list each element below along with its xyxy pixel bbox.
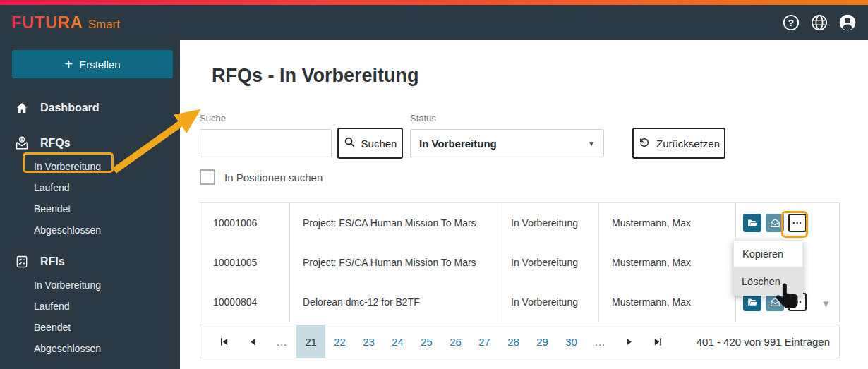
sub-item-label: Beendet [34, 203, 71, 214]
sub-item-label: In Vorbereitung [34, 279, 101, 291]
logo-text: FUTURA [11, 13, 83, 32]
sidebar-item-rfis-in-vorbereitung[interactable]: In Vorbereitung [0, 277, 180, 293]
sidebar-item-rfqs[interactable]: $ RFQs [0, 135, 180, 152]
sidebar-item-rfqs-beendet[interactable]: Beendet [0, 201, 180, 217]
positions-checkbox[interactable] [200, 169, 215, 185]
status-select[interactable]: In Vorbereitung ▼ [410, 129, 604, 157]
reset-button[interactable]: Zurücksetzen [632, 128, 725, 159]
cell-rfq-owner: Mustermann, Max [599, 243, 736, 282]
sidebar: + Erstellen Dashboard $ RFQs In Vorberei… [0, 40, 180, 369]
search-icon [344, 136, 356, 150]
logo-suffix: Smart [88, 18, 120, 32]
cell-rfq-status: In Vorbereitung [498, 203, 599, 243]
cell-rfq-id: 10000804 [200, 282, 290, 322]
entries-count-text: 401 - 420 von 991 Einträgen [697, 336, 830, 348]
rfi-checklist-icon [14, 254, 30, 270]
more-actions-button[interactable]: ... [788, 214, 807, 232]
page-number[interactable]: 27 [470, 325, 499, 358]
search-group: Suche Suchen [200, 113, 403, 159]
chevron-down-icon: ▼ [588, 140, 595, 147]
help-icon[interactable]: ? [781, 13, 800, 32]
page-number[interactable]: 24 [383, 325, 412, 358]
page-title: RFQs - In Vorbereitung [212, 65, 419, 87]
create-button[interactable]: + Erstellen [12, 50, 173, 78]
status-group: Status In Vorbereitung ▼ [410, 113, 604, 159]
cell-row-actions: ... [736, 203, 840, 243]
app-logo[interactable]: FUTURA Smart [11, 13, 120, 32]
sidebar-item-rfis[interactable]: RFIs [0, 253, 180, 270]
sub-item-label: In Vorbereitung [34, 161, 101, 172]
search-input[interactable] [200, 129, 332, 157]
app-bar: FUTURA Smart ? [0, 5, 868, 40]
cell-rfq-owner: Mustermann, Max [599, 282, 736, 322]
cell-rfq-title: Project: FS/CA Human Mission To Mars [290, 203, 498, 243]
search-button-label: Suchen [361, 138, 397, 150]
page-number[interactable]: 22 [325, 325, 354, 358]
sub-item-label: Laufend [34, 301, 70, 312]
svg-text:$: $ [20, 137, 23, 143]
positions-checkbox-label: In Positionen suchen [224, 171, 323, 183]
positions-checkbox-row: In Positionen suchen [200, 169, 323, 185]
status-label: Status [410, 113, 604, 124]
pagination-bar: ... 21 22 23 24 25 26 27 28 29 30 ... 40… [200, 325, 840, 358]
search-label: Suche [200, 113, 403, 124]
row-context-menu: Kopieren Löschen [733, 240, 803, 296]
sub-item-label: Abgeschlossen [34, 343, 101, 354]
sidebar-item-dashboard[interactable]: Dashboard [0, 99, 180, 116]
page-number[interactable]: 30 [557, 325, 586, 358]
table-row[interactable]: 10001006 Project: FS/CA Human Mission To… [200, 203, 839, 243]
sub-item-label: Beendet [34, 322, 71, 333]
create-button-label: Erstellen [79, 59, 120, 71]
sidebar-item-label: RFIs [40, 255, 65, 268]
reset-icon [638, 136, 651, 151]
cell-rfq-title: Delorean dmc-12 for B2TF [290, 282, 498, 322]
page-number[interactable]: 26 [441, 325, 470, 358]
scroll-down-indicator[interactable]: ▼ [821, 298, 831, 309]
page-number[interactable]: 21 [296, 325, 325, 358]
open-folder-button[interactable] [743, 214, 761, 232]
status-selected-value: In Vorbereitung [419, 138, 497, 150]
sidebar-item-label: RFQs [40, 137, 71, 150]
reset-button-label: Zurücksetzen [656, 138, 720, 150]
sub-item-label: Abgeschlossen [34, 224, 101, 236]
pagination-ellipsis-right[interactable]: ... [586, 325, 615, 358]
sub-item-label: Laufend [34, 182, 70, 193]
cell-rfq-status: In Vorbereitung [498, 282, 599, 322]
first-page-button[interactable] [210, 325, 239, 358]
sidebar-item-rfqs-abgeschlossen[interactable]: Abgeschlossen [0, 222, 180, 238]
sidebar-item-rfqs-in-vorbereitung[interactable]: In Vorbereitung [0, 159, 180, 174]
appbar-icon-group: ? [781, 13, 857, 32]
sidebar-item-rfis-laufend[interactable]: Laufend [0, 298, 180, 314]
cell-rfq-status: In Vorbereitung [498, 243, 599, 282]
menu-item-copy[interactable]: Kopieren [733, 240, 803, 267]
sidebar-item-rfis-beendet[interactable]: Beendet [0, 320, 180, 335]
cell-rfq-id: 10001006 [200, 203, 290, 243]
home-icon [14, 100, 30, 116]
cell-rfq-owner: Mustermann, Max [599, 203, 736, 243]
publish-envelope-button[interactable] [766, 214, 784, 232]
rfq-envelope-dollar-icon: $ [14, 135, 30, 151]
brand-gradient-stripe [0, 0, 868, 5]
last-page-button[interactable] [644, 325, 673, 358]
cell-rfq-title: Project: FS/CA Human Mission To Mars [290, 243, 498, 282]
sidebar-item-rfis-abgeschlossen[interactable]: Abgeschlossen [0, 341, 180, 356]
cell-rfq-id: 10001005 [200, 243, 290, 282]
page-number[interactable]: 29 [528, 325, 557, 358]
svg-text:?: ? [788, 17, 793, 28]
page-number[interactable]: 23 [354, 325, 383, 358]
sidebar-item-label: Dashboard [40, 102, 100, 114]
plus-icon: + [64, 57, 73, 71]
page-number[interactable]: 25 [412, 325, 441, 358]
pagination-ellipsis-left[interactable]: ... [267, 325, 296, 358]
filter-bar: Suche Suchen Status In Vorbereitung ▼ [200, 113, 725, 159]
page-number[interactable]: 28 [499, 325, 528, 358]
next-page-button[interactable] [615, 325, 644, 358]
app-root: { "brand": { "name": "FUTURA", "suffix":… [0, 0, 868, 369]
account-icon[interactable] [838, 13, 857, 32]
search-button[interactable]: Suchen [337, 128, 403, 159]
menu-item-delete[interactable]: Löschen [733, 267, 803, 296]
main-content: RFQs - In Vorbereitung Suche Suchen Stat… [180, 40, 868, 369]
sidebar-item-rfqs-laufend[interactable]: Laufend [0, 180, 180, 195]
previous-page-button[interactable] [239, 325, 267, 358]
globe-icon[interactable] [809, 13, 828, 32]
